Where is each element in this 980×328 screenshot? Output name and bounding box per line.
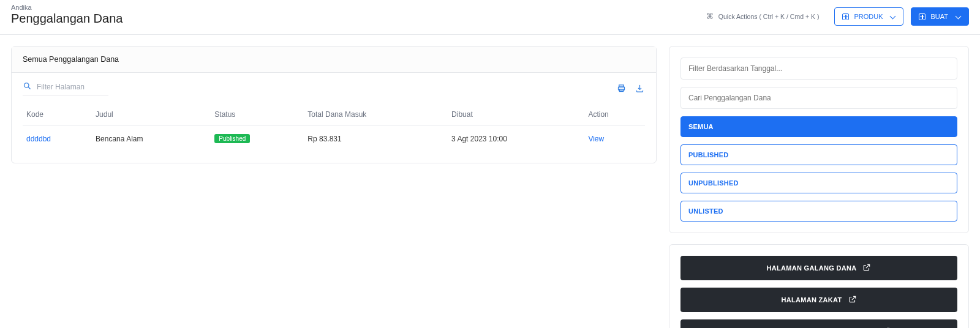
halaman-donasi-button[interactable]: HALAMAN DONASI TANPA PROGRAM [680,319,957,328]
table-row: ddddbd Bencana Alam Published Rp 83.831 … [23,125,645,152]
create-dropdown[interactable]: BUAT [911,7,969,26]
page-title: Penggalangan Dana [11,12,123,26]
filter-halaman-placeholder: Filter Halaman [37,83,85,91]
chevron-down-icon [956,14,961,20]
col-kode: Kode [23,104,92,125]
search-input[interactable] [680,87,957,109]
halaman-zakat-label: HALAMAN ZAKAT [781,296,842,304]
create-label: BUAT [930,13,948,20]
chevron-down-icon [890,14,895,20]
date-filter-input[interactable] [680,58,957,80]
search-icon [23,81,32,92]
row-view-link[interactable]: View [588,135,604,143]
print-button[interactable] [616,83,627,94]
plus-box-icon [919,13,925,20]
row-judul: Bencana Alam [92,125,211,152]
quick-actions-button[interactable]: Quick Actions ( Ctrl + K / Cmd + K ) [698,7,827,26]
data-table: Kode Judul Status Total Dana Masuk Dibua… [23,104,645,152]
product-label: PRODUK [854,13,883,20]
halaman-galang-label: HALAMAN GALANG DANA [767,264,857,272]
tab-published[interactable]: PUBLISHED [680,144,957,165]
command-icon [706,12,714,21]
svg-line-1 [28,87,30,89]
col-total: Total Dana Masuk [304,104,448,125]
product-dropdown[interactable]: PRODUK [834,7,903,26]
status-badge: Published [214,134,250,143]
breadcrumb[interactable]: Andika [11,4,123,11]
halaman-galang-button[interactable]: HALAMAN GALANG DANA [680,256,957,280]
col-judul: Judul [92,104,211,125]
tab-semua[interactable]: SEMUA [680,116,957,137]
col-status: Status [211,104,304,125]
tab-unpublished[interactable]: UNPUBLISHED [680,173,957,193]
svg-point-0 [24,83,29,88]
side-actions-card: HALAMAN GALANG DANA HALAMAN ZAKAT HALAMA… [669,244,969,328]
col-action: Action [584,104,645,125]
row-total: Rp 83.831 [304,125,448,152]
list-card: Semua Penggalangan Dana Filter Halaman [11,46,657,163]
quick-actions-label: Quick Actions ( Ctrl + K / Cmd + K ) [718,13,820,20]
plus-box-icon [842,13,849,20]
col-dibuat: Dibuat [448,104,584,125]
list-card-title: Semua Penggalangan Dana [12,47,656,73]
row-kode-link[interactable]: ddddbd [26,135,51,143]
tab-unlisted[interactable]: UNLISTED [680,201,957,222]
halaman-zakat-button[interactable]: HALAMAN ZAKAT [680,288,957,312]
external-link-icon [848,295,857,305]
row-dibuat: 3 Agt 2023 10:00 [448,125,584,152]
download-button[interactable] [634,83,645,94]
external-link-icon [862,263,871,273]
filter-card: SEMUA PUBLISHED UNPUBLISHED UNLISTED [669,46,969,233]
filter-halaman-input[interactable]: Filter Halaman [23,81,108,95]
